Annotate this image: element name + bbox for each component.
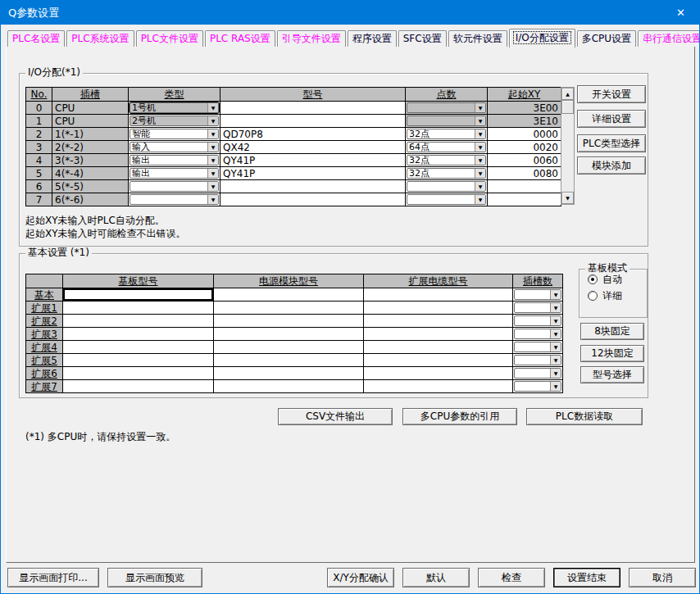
slots-dropdown[interactable]: ▼ bbox=[513, 328, 563, 341]
cable-model-cell[interactable] bbox=[364, 315, 513, 328]
model-cell[interactable]: QD70P8 bbox=[220, 128, 406, 141]
dropdown-arrow-icon[interactable]: ▼ bbox=[475, 182, 485, 191]
tab-io-assignment[interactable]: I/O分配设置 bbox=[509, 29, 575, 48]
cable-model-cell[interactable] bbox=[364, 380, 513, 393]
setting-finish-button[interactable]: 设置结束 bbox=[553, 568, 620, 587]
tab-device[interactable]: 软元件设置 bbox=[448, 30, 507, 47]
dropdown-arrow-icon[interactable]: ▼ bbox=[207, 103, 218, 112]
dropdown-arrow-icon[interactable]: ▼ bbox=[550, 290, 561, 299]
base-model-cell[interactable] bbox=[63, 315, 214, 328]
tab-sfc[interactable]: SFC设置 bbox=[398, 30, 447, 47]
dropdown-arrow-icon[interactable]: ▼ bbox=[550, 356, 561, 365]
power-model-cell[interactable] bbox=[214, 328, 364, 341]
dropdown-arrow-icon[interactable]: ▼ bbox=[550, 329, 561, 338]
points-dropdown[interactable]: ▼ bbox=[406, 102, 488, 115]
dropdown-arrow-icon[interactable]: ▼ bbox=[475, 129, 485, 138]
slots-dropdown[interactable]: ▼ bbox=[513, 367, 563, 380]
cable-model-cell[interactable] bbox=[364, 341, 513, 354]
cable-model-cell[interactable] bbox=[364, 302, 513, 315]
dropdown-arrow-icon[interactable]: ▼ bbox=[207, 195, 218, 204]
base-mode-detail-radio[interactable]: 详细 bbox=[588, 289, 647, 302]
scrollbar-thumb[interactable] bbox=[561, 100, 574, 114]
dropdown-arrow-icon[interactable]: ▼ bbox=[207, 143, 218, 152]
points-dropdown[interactable]: 32点▼ bbox=[406, 154, 488, 167]
power-model-cell[interactable] bbox=[214, 288, 364, 302]
power-model-cell[interactable] bbox=[214, 367, 364, 380]
slots-dropdown[interactable]: ▼ bbox=[513, 380, 563, 393]
scroll-up-icon[interactable]: ▲ bbox=[561, 88, 574, 100]
tab-program[interactable]: 程序设置 bbox=[348, 30, 397, 47]
dropdown-arrow-icon[interactable]: ▼ bbox=[475, 103, 485, 112]
scroll-down-icon[interactable]: ▼ bbox=[561, 192, 574, 204]
dropdown-arrow-icon[interactable]: ▼ bbox=[550, 382, 561, 391]
points-dropdown[interactable]: ▼ bbox=[406, 115, 488, 128]
base-model-cell[interactable] bbox=[63, 341, 214, 354]
slots-dropdown[interactable]: ▼ bbox=[513, 315, 563, 328]
dropdown-arrow-icon[interactable]: ▼ bbox=[207, 156, 218, 165]
model-cell[interactable]: QY41P bbox=[220, 167, 406, 180]
model-cell[interactable] bbox=[220, 102, 406, 115]
points-dropdown[interactable]: 64点▼ bbox=[406, 141, 488, 154]
model-cell[interactable] bbox=[220, 115, 406, 128]
check-button[interactable]: 检查 bbox=[478, 568, 545, 587]
multi-cpu-param-ref-button[interactable]: 多CPU参数的引用 bbox=[402, 408, 517, 425]
type-dropdown[interactable]: 输入▼ bbox=[129, 141, 220, 154]
preview-screen-button[interactable]: 显示画面预览 bbox=[107, 568, 202, 587]
add-module-button[interactable]: 模块添加 bbox=[577, 156, 646, 175]
model-cell[interactable] bbox=[220, 180, 406, 193]
dropdown-arrow-icon[interactable]: ▼ bbox=[207, 129, 218, 138]
cable-model-cell[interactable] bbox=[364, 354, 513, 367]
dropdown-arrow-icon[interactable]: ▼ bbox=[475, 195, 485, 204]
io-table-scrollbar[interactable]: ▲ ▼ bbox=[561, 87, 575, 205]
slots-dropdown[interactable]: ▼ bbox=[513, 288, 563, 302]
dropdown-arrow-icon[interactable]: ▼ bbox=[475, 116, 485, 125]
type-dropdown[interactable]: 2号机▼ bbox=[129, 115, 220, 128]
slots-dropdown[interactable]: ▼ bbox=[513, 302, 563, 315]
tab-boot-file[interactable]: 引导文件设置 bbox=[277, 30, 346, 47]
focused-edit-cell[interactable] bbox=[63, 288, 213, 301]
detail-setting-button[interactable]: 详细设置 bbox=[577, 110, 646, 128]
startxy-cell[interactable]: 0060 bbox=[488, 154, 561, 167]
startxy-cell[interactable] bbox=[488, 180, 561, 193]
tab-plc-system[interactable]: PLC系统设置 bbox=[66, 30, 134, 47]
cancel-button[interactable]: 取消 bbox=[629, 568, 696, 587]
base-model-cell[interactable] bbox=[63, 380, 214, 393]
type-dropdown[interactable]: ▼ bbox=[129, 180, 220, 193]
tab-plc-name[interactable]: PLC名设置 bbox=[7, 30, 65, 47]
dropdown-arrow-icon[interactable]: ▼ bbox=[207, 169, 218, 178]
type-dropdown[interactable]: 智能▼ bbox=[129, 128, 220, 141]
close-button[interactable]: ✕ bbox=[662, 1, 699, 25]
slots-dropdown[interactable]: ▼ bbox=[513, 354, 563, 367]
power-model-cell[interactable] bbox=[214, 354, 364, 367]
switch-setting-button[interactable]: 开关设置 bbox=[577, 85, 646, 103]
tab-plc-ras[interactable]: PLC RAS设置 bbox=[205, 30, 275, 47]
dropdown-arrow-icon[interactable]: ▼ bbox=[475, 143, 485, 152]
base-model-cell[interactable] bbox=[63, 354, 214, 367]
power-model-cell[interactable] bbox=[214, 315, 364, 328]
type-dropdown[interactable]: 1号机▼ bbox=[129, 102, 220, 115]
slots-dropdown[interactable]: ▼ bbox=[513, 341, 563, 354]
base-mode-auto-radio[interactable]: 自动 bbox=[588, 273, 647, 286]
power-model-cell[interactable] bbox=[214, 380, 364, 393]
dropdown-arrow-icon[interactable]: ▼ bbox=[550, 303, 561, 312]
type-dropdown[interactable]: 输出▼ bbox=[129, 167, 220, 180]
points-dropdown[interactable]: ▼ bbox=[406, 193, 488, 206]
power-model-cell[interactable] bbox=[214, 341, 364, 354]
dropdown-arrow-icon[interactable]: ▼ bbox=[475, 169, 485, 178]
type-dropdown[interactable]: ▼ bbox=[129, 193, 220, 206]
cable-model-cell[interactable] bbox=[364, 367, 513, 380]
model-cell[interactable] bbox=[220, 193, 406, 206]
startxy-cell[interactable]: 0000 bbox=[488, 128, 561, 141]
dropdown-arrow-icon[interactable]: ▼ bbox=[550, 316, 561, 325]
startxy-cell[interactable] bbox=[488, 193, 561, 206]
dropdown-arrow-icon[interactable]: ▼ bbox=[207, 182, 218, 191]
type-dropdown[interactable]: 输出▼ bbox=[129, 154, 220, 167]
tab-serial-comm[interactable]: 串行通信设置 bbox=[638, 30, 700, 47]
plc-data-read-button[interactable]: PLC数据读取 bbox=[526, 408, 643, 425]
base-model-cell[interactable] bbox=[63, 367, 214, 380]
base-model-cell[interactable] bbox=[63, 302, 214, 315]
cable-model-cell[interactable] bbox=[364, 288, 513, 302]
power-model-cell[interactable] bbox=[214, 302, 364, 315]
dropdown-arrow-icon[interactable]: ▼ bbox=[475, 156, 485, 165]
dropdown-arrow-icon[interactable]: ▼ bbox=[550, 369, 561, 378]
